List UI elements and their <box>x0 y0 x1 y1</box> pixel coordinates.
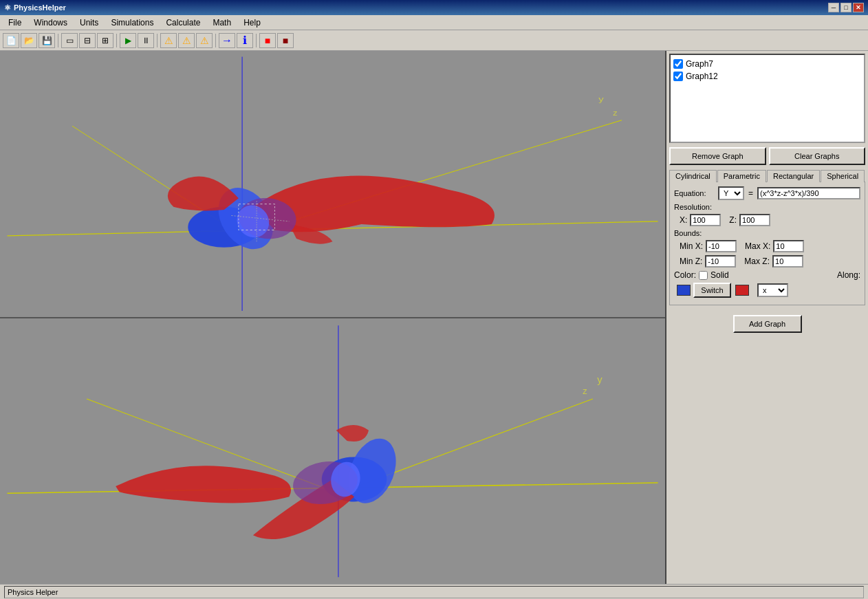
min-x-label: Min X: <box>680 241 703 251</box>
warn3-btn[interactable]: ⚠ <box>196 33 213 48</box>
tab-rectangular[interactable]: Rectangular <box>767 170 820 182</box>
split-h-btn[interactable]: ⊟ <box>79 33 96 48</box>
graph12-label: Graph12 <box>686 72 718 81</box>
open-btn[interactable]: 📂 <box>21 33 37 48</box>
max-x-input[interactable] <box>773 240 804 252</box>
info-btn[interactable]: ℹ <box>237 33 253 48</box>
resolution-label: Resolution: <box>674 203 715 211</box>
min-x-input[interactable] <box>706 240 737 252</box>
solid-label: Solid <box>710 270 729 280</box>
min-z-input[interactable] <box>705 255 736 268</box>
menu-math[interactable]: Math <box>207 17 237 29</box>
tab-cylindrical[interactable]: Cylindrical <box>669 170 717 182</box>
toolbar: 📄 📂 💾 ▭ ⊟ ⊞ ▶ ⏸ ⚠ ⚠ ⚠ → ℹ ■ ■ <box>0 30 868 51</box>
graph7-checkbox[interactable] <box>673 59 683 69</box>
graph12-checkbox[interactable] <box>673 72 683 81</box>
graph7-label: Graph7 <box>686 59 713 69</box>
equation-equals: = <box>748 188 753 198</box>
menu-units[interactable]: Units <box>74 17 104 29</box>
sep2 <box>116 34 117 47</box>
graph-svg-top: y z <box>0 51 665 317</box>
graph-svg-bottom: y z <box>0 318 665 585</box>
switch-button[interactable]: Switch <box>693 283 731 298</box>
graph-list-item-graph12[interactable]: Graph12 <box>673 70 861 83</box>
viewport-top[interactable]: PhysicsHelper y z <box>0 51 665 318</box>
arrow-btn[interactable]: → <box>219 33 235 48</box>
menu-calculate[interactable]: Calculate <box>160 17 206 29</box>
min-z-label: Min Z: <box>680 257 702 266</box>
close-button[interactable]: ✕ <box>853 3 864 12</box>
new-btn[interactable]: 📄 <box>3 33 19 48</box>
equation-row: Equation: YXZ = <box>674 186 860 200</box>
equation-input[interactable] <box>757 187 860 199</box>
sep3 <box>157 34 158 47</box>
tabs-row: Cylindrical Parametric Rectangular Spher… <box>669 169 865 182</box>
graph-list[interactable]: Graph7 Graph12 <box>669 54 865 143</box>
sep1 <box>58 34 58 47</box>
warn2-btn[interactable]: ⚠ <box>178 33 195 48</box>
viewport-bottom[interactable]: y z <box>0 318 665 585</box>
max-z-input[interactable] <box>772 255 803 268</box>
svg-rect-14 <box>0 318 665 585</box>
resolution-row: X: Z: <box>674 214 860 226</box>
pause-btn[interactable]: ⏸ <box>138 33 154 48</box>
res-x-label: X: <box>680 215 687 225</box>
resolution-label-row: Resolution: <box>674 203 860 211</box>
bounds-x-row: Min X: Max X: <box>674 240 860 252</box>
tab-content: Equation: YXZ = Resolution: X: Z: Bounds… <box>669 182 865 305</box>
res-z-input[interactable] <box>739 214 770 226</box>
max-x-label: Max X: <box>745 241 770 251</box>
split-v-btn[interactable]: ⊞ <box>97 33 113 48</box>
menu-help[interactable]: Help <box>238 17 266 29</box>
add-graph-button[interactable]: Add Graph <box>733 315 802 333</box>
app-title: PhysicsHelper <box>14 3 66 12</box>
equation-label: Equation: <box>674 189 715 197</box>
svg-text:z: z <box>583 386 587 396</box>
status-label: Physics Helper <box>8 588 58 596</box>
minimize-button[interactable]: ─ <box>828 3 839 12</box>
stop2-btn[interactable]: ■ <box>277 33 294 48</box>
status-bar: Physics Helper <box>0 584 868 599</box>
svg-text:z: z <box>613 109 618 117</box>
right-panel: Graph7 Graph12 Remove Graph Clear Graphs… <box>665 51 868 584</box>
sep5 <box>256 34 257 47</box>
bounds-z-row: Min Z: Max Z: <box>674 255 860 268</box>
maximize-button[interactable]: □ <box>840 3 851 12</box>
max-z-label: Max Z: <box>744 257 770 266</box>
svg-text:y: y <box>598 94 604 103</box>
stop1-btn[interactable]: ■ <box>259 33 276 48</box>
color-swatch-2 <box>735 285 749 296</box>
menu-simulations[interactable]: Simulations <box>105 17 159 29</box>
title-bar-controls: ─ □ ✕ <box>828 3 864 12</box>
along-select[interactable]: xyz <box>757 283 788 297</box>
remove-graph-button[interactable]: Remove Graph <box>669 147 766 165</box>
viewport-area: PhysicsHelper y z <box>0 51 665 584</box>
menu-windows[interactable]: Windows <box>28 17 73 29</box>
menu-file[interactable]: File <box>3 17 27 29</box>
along-label: Along: <box>837 270 860 280</box>
clear-graphs-button[interactable]: Clear Graphs <box>769 147 866 165</box>
res-z-label: Z: <box>729 215 737 225</box>
color-row: Color: Solid Along: <box>674 270 860 280</box>
graph-action-buttons: Remove Graph Clear Graphs <box>669 147 865 165</box>
main-layout: PhysicsHelper y z <box>0 51 868 584</box>
tab-parametric[interactable]: Parametric <box>717 170 766 182</box>
title-bar: ⚛ PhysicsHelper ─ □ ✕ <box>0 0 868 15</box>
single-view-btn[interactable]: ▭ <box>61 33 78 48</box>
svg-text:y: y <box>597 373 603 384</box>
warn1-btn[interactable]: ⚠ <box>160 33 177 48</box>
res-x-input[interactable] <box>690 214 721 226</box>
play-btn[interactable]: ▶ <box>120 33 136 48</box>
graph-list-item-graph7[interactable]: Graph7 <box>673 58 861 70</box>
sep4 <box>215 34 216 47</box>
app-icon: ⚛ <box>4 3 11 12</box>
equation-var-select[interactable]: YXZ <box>718 186 744 200</box>
save-btn[interactable]: 💾 <box>39 33 55 48</box>
tab-spherical[interactable]: Spherical <box>821 170 865 182</box>
color-swatch-1 <box>677 285 691 296</box>
bounds-label: Bounds: <box>674 229 715 237</box>
solid-checkbox[interactable] <box>699 271 708 280</box>
color-label: Color: <box>674 270 696 280</box>
add-graph-container: Add Graph <box>669 309 865 338</box>
bounds-label-row: Bounds: <box>674 229 860 237</box>
